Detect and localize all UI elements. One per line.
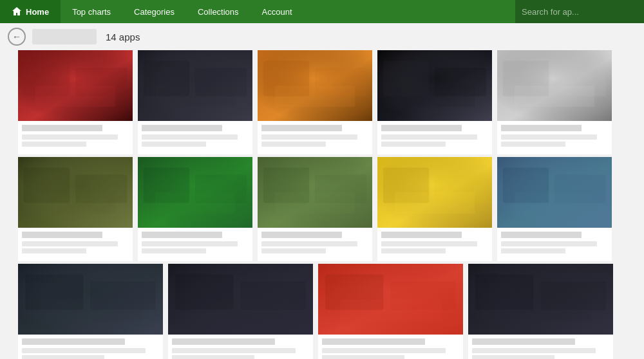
page-count: 14 apps	[106, 32, 140, 42]
app-meta2-placeholder	[261, 248, 326, 253]
app-thumbnail	[497, 157, 612, 228]
nav-collections[interactable]: Collections	[186, 0, 251, 23]
app-name-placeholder	[381, 125, 462, 131]
svg-rect-44	[395, 192, 475, 214]
app-name-placeholder	[381, 232, 462, 238]
app-info	[318, 335, 463, 359]
app-meta-placeholder	[142, 134, 238, 140]
app-row-2	[18, 157, 626, 261]
app-meta2-placeholder	[22, 248, 86, 253]
app-meta2-placeholder	[261, 142, 326, 147]
app-name-placeholder	[22, 338, 125, 345]
app-meta-placeholder	[381, 241, 477, 246]
svg-rect-34	[155, 192, 236, 214]
app-thumbnail	[258, 157, 372, 228]
app-meta2-placeholder	[501, 142, 565, 147]
svg-rect-14	[275, 86, 355, 107]
nav-home-label: Home	[26, 7, 49, 17]
app-card[interactable]	[18, 50, 133, 154]
app-info	[138, 228, 252, 261]
app-name-placeholder	[22, 125, 102, 131]
breadcrumb	[32, 29, 97, 44]
app-card[interactable]	[377, 157, 492, 261]
app-card[interactable]	[258, 157, 372, 261]
app-card[interactable]	[138, 157, 252, 261]
app-row-1	[18, 50, 626, 154]
svg-rect-49	[515, 192, 595, 214]
back-button[interactable]: ←	[8, 28, 26, 46]
app-thumbnail	[168, 264, 313, 335]
app-info	[497, 121, 612, 154]
app-thumbnail	[497, 50, 612, 121]
svg-rect-29	[35, 192, 116, 214]
svg-rect-19	[395, 86, 475, 107]
app-card[interactable]	[168, 264, 313, 359]
app-thumbnail	[18, 264, 163, 335]
app-meta2-placeholder	[322, 355, 404, 359]
app-meta-placeholder	[261, 134, 357, 140]
app-meta-placeholder	[22, 134, 118, 140]
app-name-placeholder	[172, 338, 275, 345]
app-name-placeholder	[322, 338, 425, 345]
app-name-placeholder	[501, 125, 582, 131]
svg-rect-54	[40, 299, 142, 320]
app-meta2-placeholder	[472, 355, 554, 359]
app-row-3	[18, 264, 626, 359]
app-card[interactable]	[468, 264, 613, 359]
app-meta-placeholder	[142, 241, 238, 246]
nav-categories[interactable]: Categories	[122, 0, 186, 23]
app-info	[18, 121, 133, 154]
app-card[interactable]	[18, 157, 133, 261]
svg-rect-39	[275, 192, 355, 214]
app-name-placeholder	[472, 338, 575, 345]
app-thumbnail	[318, 264, 463, 335]
app-name-placeholder	[261, 232, 342, 238]
app-thumbnail	[18, 50, 133, 121]
app-thumbnail	[377, 157, 492, 228]
app-info	[258, 228, 372, 261]
app-meta2-placeholder	[501, 248, 565, 253]
app-info	[258, 121, 372, 154]
app-card[interactable]	[377, 50, 492, 154]
app-meta-placeholder	[22, 241, 118, 246]
app-info	[18, 228, 133, 261]
app-meta-placeholder	[472, 348, 596, 353]
app-card[interactable]	[18, 264, 163, 359]
app-card[interactable]	[318, 264, 463, 359]
app-thumbnail	[138, 50, 252, 121]
app-name-placeholder	[261, 125, 342, 131]
nav-home[interactable]: Home	[0, 0, 61, 23]
subheader: ← 14 apps	[0, 23, 644, 50]
app-meta2-placeholder	[22, 355, 104, 359]
app-info	[468, 335, 613, 359]
app-info	[138, 121, 252, 154]
app-meta2-placeholder	[381, 142, 446, 147]
app-card[interactable]	[258, 50, 372, 154]
nav-collections-label: Collections	[198, 7, 239, 17]
nav-top-charts[interactable]: Top charts	[61, 0, 122, 23]
app-meta-placeholder	[172, 348, 296, 353]
app-meta2-placeholder	[22, 142, 86, 147]
app-info	[377, 121, 492, 154]
app-meta-placeholder	[381, 134, 477, 140]
app-card[interactable]	[138, 50, 252, 154]
search-input[interactable]	[515, 0, 644, 23]
svg-rect-9	[155, 86, 236, 107]
app-meta-placeholder	[261, 241, 357, 246]
app-meta2-placeholder	[142, 142, 206, 147]
app-thumbnail	[18, 157, 133, 228]
nav-account-label: Account	[262, 7, 292, 17]
app-card[interactable]	[497, 157, 612, 261]
navbar: Home Top charts Categories Collections A…	[0, 0, 644, 23]
app-card[interactable]	[497, 50, 612, 154]
app-thumbnail	[138, 157, 252, 228]
app-name-placeholder	[142, 232, 222, 238]
app-name-placeholder	[142, 125, 222, 131]
app-meta-placeholder	[22, 348, 146, 353]
app-info	[168, 335, 313, 359]
nav-account[interactable]: Account	[251, 0, 304, 23]
app-info	[377, 228, 492, 261]
svg-rect-4	[35, 86, 116, 107]
nav-categories-label: Categories	[134, 7, 175, 17]
svg-rect-24	[515, 86, 595, 107]
